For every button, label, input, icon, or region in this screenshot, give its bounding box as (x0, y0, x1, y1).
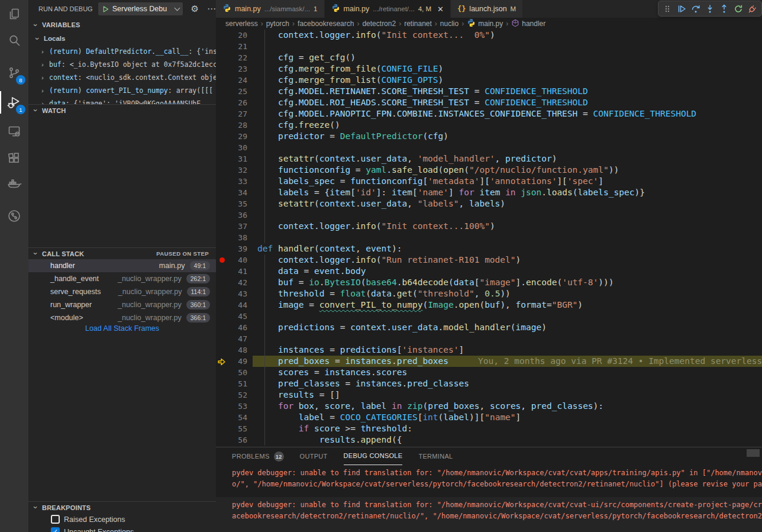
editor-tab[interactable]: {}launch.jsonM (451, 0, 523, 18)
line-number[interactable]: 21 (216, 41, 247, 52)
restart-button[interactable] (731, 2, 745, 16)
code-line[interactable]: 56 results.append({ (216, 434, 762, 446)
code-line[interactable]: 29 predictor = DefaultPredictor(cfg) (216, 131, 762, 142)
panel-tab-output[interactable]: OUTPUT (300, 448, 328, 465)
call-stack-frame[interactable]: run_wrapper_nuclio_wrapper.py360:1 (28, 298, 216, 311)
more-actions-icon[interactable]: ⋯ (207, 4, 216, 14)
call-stack-section-header[interactable]: › CALL STACK PAUSED ON STEP (28, 247, 216, 259)
disconnect-button[interactable] (745, 2, 760, 16)
line-number[interactable]: 45 (216, 311, 247, 322)
line-number[interactable]: 47 (216, 333, 247, 344)
code-line[interactable]: 39def handler(context, event): (216, 243, 762, 254)
activity-extensions-icon[interactable] (0, 144, 28, 173)
variables-section-header[interactable]: › VARIABLES (28, 19, 216, 31)
code-line[interactable]: 28 cfg.freeze() (216, 120, 762, 131)
breakpoint-row[interactable]: ✓Uncaught Exceptions (28, 525, 216, 532)
variable-row[interactable]: ›(return) convert_PIL_to_numpy: array([[… (28, 84, 216, 97)
code-line[interactable]: 38 (216, 232, 762, 243)
checkbox[interactable] (51, 515, 60, 524)
call-stack-frame[interactable]: _handle_event_nuclio_wrapper.py262:1 (28, 272, 216, 285)
console-message[interactable]: pydev debugger: unable to find translati… (216, 497, 762, 532)
code-line[interactable]: 54 label = COCO_CATEGORIES[int(label)]["… (216, 412, 762, 423)
toolbar-gripper[interactable] (660, 2, 674, 16)
breadcrumb-segment[interactable]: nuclio (440, 20, 459, 28)
breadcrumb-segment[interactable]: facebookresearch (298, 20, 354, 28)
breakpoint-row[interactable]: Raised Exceptions (28, 513, 216, 525)
code-line[interactable]: 53 for box, score, label in zip(pred_box… (216, 401, 762, 412)
code-line[interactable]: 23 cfg.merge_from_file(CONFIG_FILE) (216, 63, 762, 75)
code-line[interactable]: 43 threshold = float(data.get("threshold… (216, 288, 762, 299)
panel-scrollbar[interactable] (747, 449, 760, 457)
gear-icon[interactable]: ⚙ (191, 4, 199, 14)
variable-row[interactable]: ›(return) DefaultPredictor.__call__: {'i… (28, 45, 216, 58)
call-stack-frame[interactable]: <module>_nuclio_wrapper.py366:1 (28, 311, 216, 324)
breadcrumb-segment[interactable]: retinanet (404, 20, 432, 28)
code-line[interactable]: 49 pred_boxes = instances.pred_boxesYou,… (216, 356, 762, 367)
code-line[interactable]: 25 cfg.MODEL.RETINANET.SCORE_THRESH_TEST… (216, 86, 762, 97)
code-line[interactable]: 51 pred_classes = instances.pred_classes (216, 378, 762, 389)
breakpoints-section-header[interactable]: › BREAKPOINTS (28, 501, 216, 513)
breadcrumb-segment[interactable]: main.py (467, 18, 503, 29)
chevron-collapsed-icon[interactable]: › (41, 97, 49, 104)
code-line[interactable]: 36 (216, 209, 762, 221)
continue-button[interactable] (674, 2, 689, 16)
line-number[interactable]: 38 (216, 232, 247, 243)
code-line[interactable]: 50 scores = instances.scores (216, 367, 762, 378)
code-line[interactable]: 32 functionconfig = yaml.safe_load(open(… (216, 165, 762, 176)
panel-tab-terminal[interactable]: TERMINAL (418, 448, 453, 465)
breadcrumb-segment[interactable]: handler (511, 19, 545, 29)
step-over-button[interactable] (689, 2, 703, 16)
console-message[interactable]: pydev debugger: unable to find translati… (216, 465, 762, 497)
code-line[interactable]: 52 results = [] (216, 389, 762, 401)
code-line[interactable]: 35 setattr(context.user_data, "labels", … (216, 198, 762, 209)
code-line[interactable]: 48 instances = predictions['instances'] (216, 344, 762, 356)
code-editor[interactable]: 20 context.logger.info("Init context... … (216, 30, 762, 446)
activity-run-and-debug-icon[interactable]: 1 (0, 88, 28, 117)
watch-section-header[interactable]: › WATCH (28, 104, 216, 116)
code-line[interactable]: 40 context.logger.info("Run retinanet-R1… (216, 254, 762, 266)
close-icon[interactable]: ✕ (437, 5, 444, 14)
code-line[interactable]: 41 data = event.body (216, 266, 762, 277)
activity-search-icon[interactable] (0, 26, 28, 54)
step-out-button[interactable] (717, 2, 731, 16)
code-line[interactable]: 22 cfg = get_cfg() (216, 52, 762, 63)
chevron-collapsed-icon[interactable]: › (41, 71, 49, 84)
code-line[interactable]: 45 (216, 311, 762, 322)
variable-row[interactable]: ›context: <nuclio_sdk.context.Context ob… (28, 71, 216, 84)
chevron-collapsed-icon[interactable]: › (41, 58, 49, 71)
code-line[interactable]: 21 (216, 41, 762, 52)
editor-tab[interactable]: main.py.../retinanet/...4, M✕ (325, 0, 451, 18)
activity-source-control-icon[interactable]: 8 (0, 59, 28, 87)
editor-tab[interactable]: main.py.../siammask/...1 (216, 0, 325, 18)
code-line[interactable]: 30 (216, 142, 762, 153)
panel-tab-problems[interactable]: PROBLEMS12 (232, 448, 284, 465)
chevron-collapsed-icon[interactable]: › (41, 45, 49, 58)
code-line[interactable]: 24 cfg.merge_from_list(CONFIG_OPTS) (216, 75, 762, 86)
code-line[interactable]: 46 predictions = context.user_data.model… (216, 322, 762, 333)
call-stack-frame[interactable]: handlermain.py49:1 (28, 259, 216, 272)
load-all-stack-frames-link[interactable]: Load All Stack Frames (28, 324, 216, 333)
code-line[interactable]: 31 setattr(context.user_data, 'model_han… (216, 153, 762, 165)
panel-tab-debug-console[interactable]: DEBUG CONSOLE (344, 448, 403, 465)
activity-remote-explorer-icon[interactable] (0, 117, 28, 146)
variable-row[interactable]: ›data: {'image': 'iVBORw0KGgoAAAANSUhE… (28, 97, 216, 104)
code-line[interactable]: 26 cfg.MODEL.ROI_HEADS.SCORE_THRESH_TEST… (216, 97, 762, 108)
debug-config-dropdown[interactable]: Serverless Debu (98, 2, 183, 15)
code-line[interactable]: 33 labels_spec = functionconfig['metadat… (216, 176, 762, 187)
call-stack-frame[interactable]: serve_requests_nuclio_wrapper.py114:1 (28, 285, 216, 298)
line-number[interactable]: 30 (216, 142, 247, 153)
code-line[interactable]: 55 if score >= threshold: (216, 423, 762, 434)
debug-start-icon[interactable] (102, 5, 109, 13)
code-line[interactable]: 27 cfg.MODEL.PANOPTIC_FPN.COMBINE.INSTAN… (216, 108, 762, 120)
variable-row[interactable]: ›buf: <_io.BytesIO object at 0x7f5a2dc1e… (28, 58, 216, 71)
code-line[interactable]: 34 labels = {item['id']: item['name'] fo… (216, 187, 762, 198)
code-line[interactable]: 20 context.logger.info("Init context... … (216, 30, 762, 41)
checkbox[interactable]: ✓ (51, 527, 60, 532)
line-number[interactable]: 36 (216, 209, 247, 221)
code-line[interactable]: 42 buf = io.BytesIO(base64.b64decode(dat… (216, 277, 762, 288)
step-into-button[interactable] (703, 2, 717, 16)
code-line[interactable]: 47 (216, 333, 762, 344)
breadcrumb-segment[interactable]: detectron2 (362, 20, 396, 28)
activity-git-graph-icon[interactable] (0, 202, 28, 230)
code-line[interactable]: 37 context.logger.info("Init context...1… (216, 221, 762, 232)
